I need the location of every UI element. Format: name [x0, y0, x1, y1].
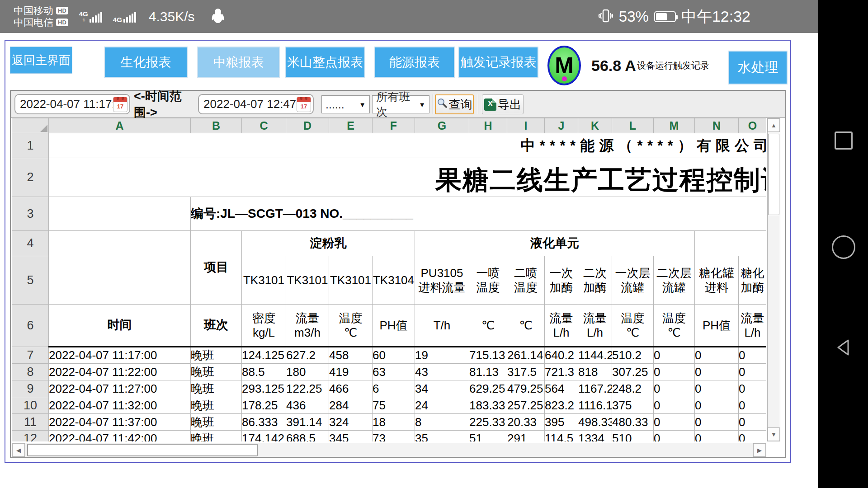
cell-A9[interactable]: 2022-04-07 11:27:00	[49, 380, 191, 397]
unit-header-cell[interactable]: 温度 ℃	[329, 305, 373, 347]
vertical-scrollbar[interactable]: ▲ ▼	[767, 118, 780, 441]
hscroll-thumb[interactable]	[27, 444, 258, 456]
export-button[interactable]: X 导出	[482, 94, 524, 114]
report-title-cell[interactable]: 果糖二线生产工艺过程控制记录	[49, 158, 767, 197]
cell-L12[interactable]: 510	[612, 431, 654, 442]
cell-A12[interactable]: 2022-04-07 11:42:00	[49, 431, 191, 442]
row-header-6[interactable]: 6	[12, 305, 49, 347]
cell-J7[interactable]: 640.2	[545, 347, 578, 364]
empty-cell[interactable]	[49, 197, 191, 231]
column-header-G[interactable]: G	[415, 118, 469, 133]
cell-E9[interactable]: 466	[329, 380, 373, 397]
tag-header-cell[interactable]: 糖化 加酶	[739, 256, 767, 305]
tag-header-cell[interactable]: 糖化罐 进料	[695, 256, 739, 305]
cell-D11[interactable]: 391.14	[286, 414, 329, 431]
cell-G9[interactable]: 34	[415, 380, 469, 397]
unit-header-cell[interactable]: ℃	[507, 305, 545, 347]
cell-M10[interactable]: 0	[654, 397, 695, 414]
cell-N7[interactable]: 0	[695, 347, 739, 364]
vscroll-thumb[interactable]	[768, 134, 779, 215]
column-header-L[interactable]: L	[612, 118, 654, 133]
cell-J10[interactable]: 823.2	[545, 397, 578, 414]
cell-B7[interactable]: 晚班	[191, 347, 242, 364]
cell-C10[interactable]: 178.25	[242, 397, 286, 414]
unit-header-cell[interactable]: 流量 L/h	[578, 305, 612, 347]
cell-O11[interactable]: 0	[739, 414, 767, 431]
cell-I11[interactable]: 20.33	[507, 414, 545, 431]
cell-H7[interactable]: 715.13	[469, 347, 507, 364]
row-header-12[interactable]: 12	[12, 431, 49, 442]
cell-C12[interactable]: 174.142	[242, 431, 286, 442]
tab-5[interactable]: 触发记录报表	[458, 47, 538, 78]
tag-header-cell[interactable]: 二喷 温度	[507, 256, 545, 305]
cell-O7[interactable]: 0	[739, 347, 767, 364]
unit-header-cell[interactable]: 流量 L/h	[739, 305, 767, 347]
query-button[interactable]: 查询	[435, 94, 474, 114]
cell-B12[interactable]: 晚班	[191, 431, 242, 442]
tag-header-cell[interactable]: 二次层 流罐	[654, 256, 695, 305]
cell-M11[interactable]: 0	[654, 414, 695, 431]
scroll-down-icon[interactable]: ▼	[768, 427, 780, 441]
column-header-F[interactable]: F	[373, 118, 415, 133]
row-header-4[interactable]: 4	[12, 231, 49, 256]
cell-I7[interactable]: 261.14	[507, 347, 545, 364]
tag-header-cell[interactable]: TK3101	[286, 256, 329, 305]
column-header-B[interactable]: B	[191, 118, 242, 133]
cell-H8[interactable]: 81.13	[469, 364, 507, 380]
cell-L10[interactable]: 375	[612, 397, 654, 414]
unit-header-cell[interactable]: 流量 m3/h	[286, 305, 329, 347]
cell-N10[interactable]: 0	[695, 397, 739, 414]
column-header-A[interactable]: A	[49, 118, 191, 133]
tab-3[interactable]: 米山整点报表	[285, 47, 365, 78]
scroll-right-icon[interactable]: ▶	[753, 443, 766, 457]
column-header-K[interactable]: K	[578, 118, 612, 133]
column-header-C[interactable]: C	[242, 118, 286, 133]
starch-group-cell[interactable]: 淀粉乳	[242, 231, 415, 256]
calendar-icon[interactable]: 17	[113, 97, 127, 112]
cell-K8[interactable]: 818	[578, 364, 612, 380]
cell-D10[interactable]: 436	[286, 397, 329, 414]
cell-F10[interactable]: 75	[373, 397, 415, 414]
cell-M9[interactable]: 0	[654, 380, 695, 397]
item-header-cell[interactable]: 项目	[191, 231, 242, 305]
scroll-left-icon[interactable]: ◀	[12, 443, 25, 457]
back-button[interactable]	[834, 338, 854, 359]
cell-O10[interactable]: 0	[739, 397, 767, 414]
cell-E8[interactable]: 419	[329, 364, 373, 380]
cell-C8[interactable]: 88.5	[242, 364, 286, 380]
cell-E11[interactable]: 324	[329, 414, 373, 431]
tab-water-treatment[interactable]: 水处理	[728, 51, 788, 84]
cell-L8[interactable]: 307.25	[612, 364, 654, 380]
cell-L9[interactable]: 248.2	[612, 380, 654, 397]
cell-J12[interactable]: 114.5	[545, 431, 578, 442]
tab-return-main[interactable]: 返回主界面	[10, 47, 72, 74]
cell-G8[interactable]: 43	[415, 364, 469, 380]
cell-I9[interactable]: 479.25	[507, 380, 545, 397]
tab-1[interactable]: 生化报表	[104, 47, 188, 78]
cell-E10[interactable]: 284	[329, 397, 373, 414]
cell-O9[interactable]: 0	[739, 380, 767, 397]
tab-4[interactable]: 能源报表	[374, 47, 455, 78]
cell-B11[interactable]: 晚班	[191, 414, 242, 431]
scroll-up-icon[interactable]: ▲	[768, 118, 780, 132]
column-header-I[interactable]: I	[507, 118, 545, 133]
cell-J11[interactable]: 395	[545, 414, 578, 431]
unit-header-cell[interactable]: T/h	[415, 305, 469, 347]
cell-O8[interactable]: 0	[739, 364, 767, 380]
column-header-O[interactable]: O	[739, 118, 767, 133]
unit-header-cell[interactable]: 班次	[191, 305, 242, 347]
cell-K10[interactable]: 1116.1	[578, 397, 612, 414]
row-header-1[interactable]: 1	[12, 133, 49, 158]
cell-A11[interactable]: 2022-04-07 11:37:00	[49, 414, 191, 431]
row-header-5[interactable]: 5	[12, 256, 49, 305]
calendar-icon[interactable]: 17	[297, 97, 311, 112]
row-header-7[interactable]: 7	[12, 347, 49, 364]
misc-dropdown[interactable]: ......▼	[321, 95, 370, 113]
recents-button[interactable]	[835, 131, 853, 150]
row-header-10[interactable]: 10	[12, 397, 49, 414]
cell-B10[interactable]: 晚班	[191, 397, 242, 414]
liquefaction-group-cell[interactable]: 液化单元	[415, 231, 695, 256]
cell-C9[interactable]: 293.125	[242, 380, 286, 397]
empty-cell[interactable]	[695, 231, 767, 256]
cell-F12[interactable]: 73	[373, 431, 415, 442]
